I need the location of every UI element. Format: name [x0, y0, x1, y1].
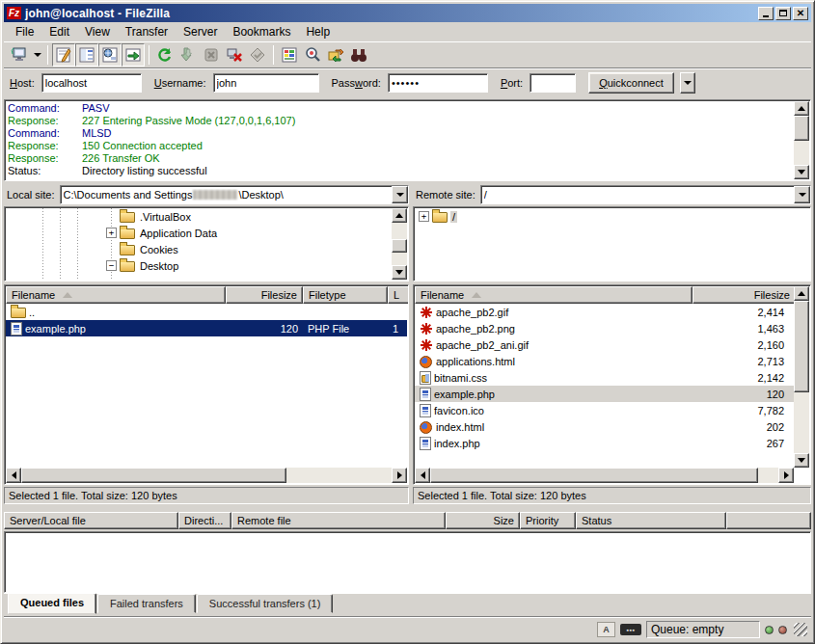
arrow-left-icon: [12, 471, 16, 479]
scroll-left-button[interactable]: [6, 468, 21, 483]
queue-column-remote-file[interactable]: Remote file: [231, 512, 446, 529]
scrollbar-thumb[interactable]: [21, 468, 286, 483]
menu-file[interactable]: File: [8, 23, 41, 40]
refresh-button[interactable]: [153, 43, 177, 67]
find-files-button[interactable]: [347, 43, 370, 67]
tree-item-root[interactable]: + /: [415, 208, 809, 225]
queue-column-server-local[interactable]: Server/Local file: [4, 512, 178, 529]
file-row-parent-dir[interactable]: ..: [6, 304, 407, 320]
file-row-example-php-selected[interactable]: example.php 120: [415, 386, 794, 402]
cancel-button[interactable]: [200, 43, 223, 67]
menu-bookmarks[interactable]: Bookmarks: [225, 23, 298, 40]
local-tree-scrollbar[interactable]: [392, 208, 407, 280]
toggle-message-log-button[interactable]: [52, 43, 75, 67]
tab-failed-transfers[interactable]: Failed transfers: [97, 594, 196, 613]
file-row[interactable]: apache_pb2.gif 2,414: [415, 304, 794, 320]
file-row[interactable]: apache_pb2_ani.gif 2,160: [415, 336, 794, 353]
toggle-local-tree-button[interactable]: [75, 43, 98, 67]
column-header-filename[interactable]: Filename: [6, 286, 226, 304]
scroll-up-button[interactable]: [392, 208, 407, 223]
host-input[interactable]: [41, 73, 142, 93]
quickconnect-dropdown[interactable]: [680, 72, 695, 94]
column-header-lastmodified[interactable]: L: [388, 286, 409, 304]
minimize-button[interactable]: [758, 7, 774, 20]
file-row[interactable]: favicon.ico 7,782: [415, 402, 794, 418]
menu-edit[interactable]: Edit: [41, 23, 77, 40]
queue-column-priority[interactable]: Priority: [520, 512, 576, 529]
tree-item-virtualbox[interactable]: .VirtualBox: [6, 208, 407, 225]
remote-site-combo[interactable]: /: [480, 185, 811, 204]
menu-view[interactable]: View: [77, 23, 118, 40]
log-scrollbar[interactable]: [794, 101, 809, 179]
port-input[interactable]: [530, 73, 576, 93]
queue-list-area[interactable]: [4, 531, 811, 593]
tree-item-cookies[interactable]: Cookies: [6, 241, 407, 257]
maximize-button[interactable]: [775, 7, 791, 20]
remote-pane: Remote site: / + / Filename: [413, 183, 811, 504]
process-queue-button[interactable]: [177, 43, 200, 67]
site-manager-button[interactable]: [8, 43, 31, 67]
expander-plus[interactable]: +: [419, 211, 429, 222]
scrollbar-thumb[interactable]: [430, 468, 758, 483]
quickconnect-button[interactable]: Quickconnect: [588, 72, 674, 94]
column-header-filename[interactable]: Filename: [415, 286, 693, 304]
activity-led-green: [765, 626, 774, 634]
disconnect-button[interactable]: [223, 43, 246, 67]
username-input[interactable]: [213, 73, 319, 93]
tree-item-desktop[interactable]: − Desktop: [6, 257, 407, 274]
synchronized-browsing-button[interactable]: [324, 43, 347, 67]
scroll-down-button[interactable]: [392, 265, 407, 280]
status-bar: A ▪▪▪ Queue: empty: [4, 616, 811, 640]
local-site-combo[interactable]: C:\Documents and Settings\Desktop\: [60, 185, 409, 204]
scroll-up-button[interactable]: [794, 286, 809, 301]
apache-image-icon: [420, 338, 433, 352]
scroll-right-button[interactable]: [392, 468, 407, 483]
local-site-dropdown[interactable]: [392, 186, 408, 203]
scroll-up-button[interactable]: [794, 101, 809, 116]
menu-server[interactable]: Server: [176, 23, 225, 40]
queue-column-size[interactable]: Size: [446, 512, 520, 529]
file-row[interactable]: apache_pb2.png 1,463: [415, 320, 794, 336]
cancel-icon: [203, 46, 220, 64]
scroll-down-button[interactable]: [794, 165, 809, 179]
menu-help[interactable]: Help: [298, 23, 338, 40]
column-header-filesize[interactable]: Filesize: [693, 286, 796, 304]
column-header-filesize[interactable]: Filesize: [226, 286, 303, 304]
queue-column-direction[interactable]: Directi...: [178, 512, 231, 529]
site-manager-dropdown[interactable]: [31, 43, 43, 67]
file-row[interactable]: index.html 202: [415, 418, 794, 435]
file-row-example-php[interactable]: example.php 120 PHP File 1: [6, 320, 407, 336]
close-button[interactable]: ✕: [793, 7, 808, 20]
scroll-down-button[interactable]: [794, 453, 809, 468]
column-header-filetype[interactable]: Filetype: [303, 286, 388, 304]
scrollbar-thumb[interactable]: [392, 239, 407, 253]
scroll-right-button[interactable]: [778, 468, 794, 483]
file-row[interactable]: applications.html 2,713: [415, 353, 794, 369]
file-row[interactable]: index.php 267: [415, 435, 794, 451]
remote-list-scrollbar[interactable]: [794, 286, 809, 468]
transfer-queue: Server/Local file Directi... Remote file…: [4, 504, 811, 593]
scrollbar-thumb[interactable]: [794, 116, 809, 141]
expander[interactable]: [106, 244, 117, 255]
scroll-left-button[interactable]: [415, 468, 430, 483]
queue-column-status[interactable]: Status: [576, 512, 726, 529]
file-row[interactable]: bitnami.css 2,142: [415, 369, 794, 386]
local-list-hscrollbar[interactable]: [6, 468, 407, 483]
menu-transfer[interactable]: Transfer: [118, 23, 176, 40]
tab-successful-transfers[interactable]: Successful transfers (1): [197, 594, 334, 613]
expander-plus[interactable]: +: [106, 228, 117, 238]
tab-queued-files[interactable]: Queued files: [8, 593, 96, 614]
toggle-queue-button[interactable]: [122, 43, 145, 67]
expander[interactable]: [106, 211, 117, 222]
tree-item-application-data[interactable]: + Application Data: [6, 225, 407, 241]
scrollbar-thumb[interactable]: [794, 301, 809, 392]
directory-comparison-button[interactable]: [301, 43, 324, 67]
expander-minus[interactable]: −: [106, 260, 117, 271]
password-input[interactable]: [388, 73, 488, 93]
toggle-remote-tree-button[interactable]: [98, 43, 122, 67]
reconnect-button[interactable]: [246, 43, 269, 67]
remote-list-hscrollbar[interactable]: [415, 468, 794, 483]
filter-button[interactable]: [278, 43, 301, 67]
remote-site-dropdown[interactable]: [794, 186, 810, 203]
resize-grip[interactable]: [794, 623, 807, 636]
